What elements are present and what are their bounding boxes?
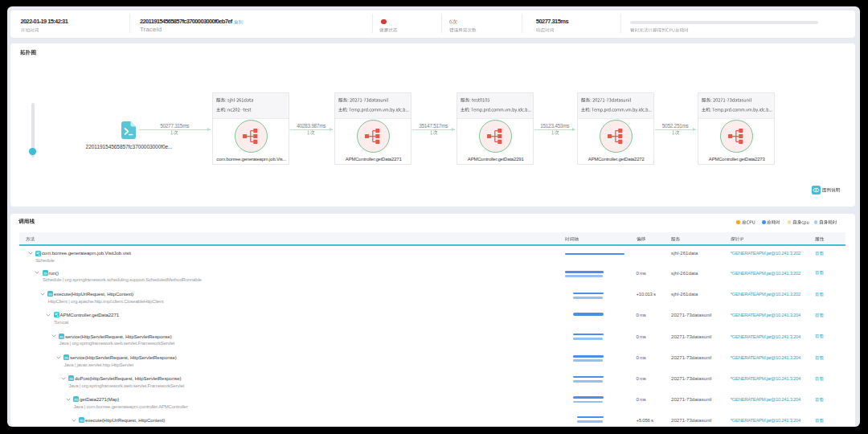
svg-text:m: m <box>48 292 52 297</box>
svg-text:m: m <box>64 355 68 360</box>
svg-text:m: m <box>59 334 63 338</box>
svg-text:m: m <box>74 397 78 402</box>
svg-text:m: m <box>80 418 84 423</box>
svg-text:m: m <box>43 270 47 275</box>
svg-text:m: m <box>69 376 73 381</box>
